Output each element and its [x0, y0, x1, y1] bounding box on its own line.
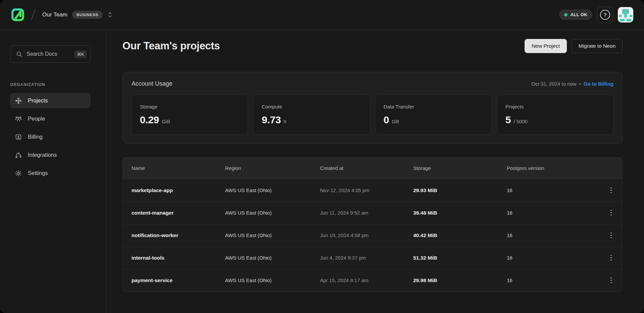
usage-card-unit: GiB	[162, 119, 170, 124]
go-to-billing-link[interactable]: Go to Billing	[584, 81, 613, 87]
main-content: Our Team's projects New Project Migrate …	[106, 30, 644, 313]
search-docs-field[interactable]	[26, 51, 70, 57]
sidebar-item-projects[interactable]: Projects	[10, 93, 91, 108]
sidebar-item-label: Settings	[28, 170, 48, 176]
project-name: content-manager	[131, 210, 225, 216]
project-region: AWS US East (Ohio)	[225, 187, 320, 193]
usage-panel-title: Account Usage	[131, 80, 172, 87]
project-name: notification-worker	[131, 232, 225, 238]
project-storage: 51.32 MiB	[413, 255, 507, 261]
table-row[interactable]: notification-worker AWS US East (Ohio) J…	[123, 224, 622, 247]
usage-separator: •	[579, 81, 581, 87]
user-avatar[interactable]	[618, 7, 633, 23]
column-header-region: Region	[225, 165, 320, 171]
app-window: Our Team BUSINESS ALL OK ?	[0, 0, 644, 313]
project-postgres-version: 16	[507, 210, 598, 216]
new-project-button[interactable]: New Project	[525, 39, 567, 53]
project-region: AWS US East (Ohio)	[225, 232, 320, 238]
org-name: Our Team	[42, 11, 67, 18]
usage-card-label: Storage	[140, 104, 239, 109]
project-postgres-version: 16	[507, 232, 598, 238]
project-storage: 39.48 MiB	[413, 210, 507, 216]
sidebar-item-label: Billing	[28, 134, 43, 140]
row-menu-kebab-icon[interactable]	[605, 230, 617, 241]
top-header: Our Team BUSINESS ALL OK ?	[0, 0, 644, 30]
integrations-icon	[15, 151, 22, 159]
people-icon	[15, 115, 22, 123]
project-region: AWS US East (Ohio)	[225, 255, 320, 261]
search-icon	[16, 51, 22, 57]
question-icon: ?	[600, 10, 610, 20]
sidebar-nav: Projects People $	[10, 93, 91, 181]
project-name: marketplace-app	[131, 187, 225, 193]
usage-card-value: 0	[384, 114, 389, 126]
row-menu-kebab-icon[interactable]	[605, 207, 617, 219]
organization-section-label: ORGANIZATION	[10, 82, 106, 87]
status-badge[interactable]: ALL OK	[559, 9, 592, 20]
project-storage: 40.42 MiB	[413, 232, 507, 238]
projects-icon	[15, 97, 22, 104]
project-created-at: Jun 4, 2024 9:37 pm	[320, 255, 413, 261]
help-button[interactable]: ?	[597, 7, 613, 23]
usage-card-label: Compute	[262, 104, 361, 109]
table-row[interactable]: content-manager AWS US East (Ohio) Jun 1…	[123, 202, 622, 224]
sidebar: ⌘K ORGANIZATION Projects	[0, 30, 106, 313]
sidebar-item-label: People	[28, 116, 45, 122]
row-menu-kebab-icon[interactable]	[605, 185, 617, 196]
projects-table: Name Region Created at Storage Postgres …	[122, 157, 623, 292]
table-row[interactable]: internal-tools AWS US East (Ohio) Jun 4,…	[123, 247, 622, 269]
usage-card-label: Projects	[505, 104, 605, 109]
search-docs-input[interactable]: ⌘K	[10, 45, 91, 63]
usage-period-text: Oct 31, 2024 to now	[531, 81, 576, 87]
project-created-at: Apr 15, 2024 8:17 am	[320, 277, 413, 283]
sidebar-item-billing[interactable]: $ Billing	[10, 129, 91, 144]
project-created-at: Jun 10, 2024 4:58 pm	[320, 232, 413, 238]
org-switcher[interactable]: Our Team BUSINESS	[42, 11, 113, 19]
account-usage-panel: Account Usage Oct 31, 2024 to now • Go t…	[122, 72, 623, 144]
sidebar-item-label: Integrations	[28, 152, 57, 158]
usage-card-data-transfer: Data Transfer 0 GB	[375, 95, 492, 135]
project-postgres-version: 16	[507, 255, 598, 261]
project-postgres-version: 16	[507, 277, 598, 283]
status-dot-icon	[564, 13, 568, 16]
sidebar-item-settings[interactable]: Settings	[10, 166, 91, 181]
usage-card-unit: h	[283, 119, 286, 124]
project-created-at: Jun 11, 2024 9:52 am	[320, 210, 413, 216]
chevron-updown-icon	[107, 11, 113, 18]
project-created-at: Nov 12, 2024 4:05 pm	[320, 187, 413, 193]
column-header-name: Name	[131, 165, 225, 171]
search-shortcut-badge: ⌘K	[74, 50, 87, 58]
column-header-postgres-version: Postgres version	[507, 165, 598, 171]
row-menu-kebab-icon[interactable]	[605, 252, 617, 264]
column-header-storage: Storage	[413, 165, 507, 171]
plan-badge: BUSINESS	[72, 11, 103, 19]
neon-logo-icon[interactable]	[11, 8, 25, 22]
usage-card-projects: Projects 5 / 5000	[497, 95, 613, 135]
sidebar-item-people[interactable]: People	[10, 111, 91, 126]
status-label: ALL OK	[570, 12, 587, 17]
svg-text:$: $	[17, 135, 19, 138]
project-postgres-version: 16	[507, 187, 598, 193]
sidebar-item-integrations[interactable]: Integrations	[10, 147, 91, 163]
table-header-row: Name Region Created at Storage Postgres …	[123, 158, 622, 179]
project-name: payment-service	[131, 277, 225, 283]
usage-card-value: 9.73	[262, 114, 281, 126]
usage-period: Oct 31, 2024 to now • Go to Billing	[531, 81, 613, 87]
usage-card-unit: / 5000	[514, 119, 528, 124]
project-name: internal-tools	[131, 255, 225, 261]
table-row[interactable]: marketplace-app AWS US East (Ohio) Nov 1…	[123, 179, 622, 202]
project-region: AWS US East (Ohio)	[225, 277, 320, 283]
usage-card-storage: Storage 0.29 GiB	[131, 95, 248, 135]
project-storage: 29.98 MiB	[413, 277, 507, 283]
migrate-to-neon-button[interactable]: Migrate to Neon	[572, 39, 623, 53]
breadcrumb-slash-divider	[31, 9, 36, 20]
project-storage: 29.93 MiB	[413, 187, 507, 193]
column-header-created-at: Created at	[320, 165, 413, 171]
usage-card-label: Data Transfer	[384, 104, 483, 109]
sidebar-item-label: Projects	[28, 97, 48, 104]
table-row[interactable]: payment-service AWS US East (Ohio) Apr 1…	[123, 269, 622, 292]
billing-icon: $	[15, 133, 22, 141]
usage-card-value: 5	[505, 114, 511, 126]
project-region: AWS US East (Ohio)	[225, 210, 320, 216]
row-menu-kebab-icon[interactable]	[605, 275, 617, 286]
